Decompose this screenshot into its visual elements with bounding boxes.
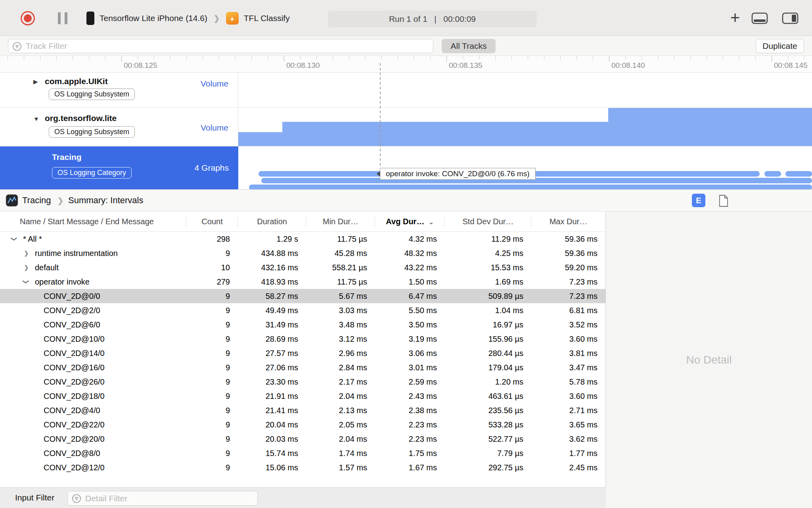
table-row[interactable]: CONV_2D@12/0915.06 ms1.57 ms1.67 ms292.7…	[0, 460, 605, 475]
detail-filter-bar: Input Filter	[0, 487, 606, 508]
disclosure-triangle-right-icon[interactable]: ▶	[33, 78, 38, 85]
table-row[interactable]: ❯default10432.16 ms558.21 µs43.22 ms15.5…	[0, 260, 605, 275]
track-metric-label[interactable]: Volume	[201, 123, 228, 133]
volume-area-segment	[608, 108, 812, 146]
ruler-tick	[170, 56, 170, 60]
document-inspector-button[interactable]	[718, 194, 729, 209]
breadcrumb-view[interactable]: Summary: Intervals	[68, 195, 144, 206]
table-row[interactable]: ❯* All *2981.29 s11.75 µs4.32 ms11.29 ms…	[0, 232, 605, 246]
table-row[interactable]: CONV_2D@16/0927.06 ms2.84 ms3.01 ms179.0…	[0, 360, 605, 375]
breadcrumb-instrument[interactable]: Tracing	[22, 195, 51, 206]
interval-pill[interactable]	[249, 185, 812, 189]
playhead-line[interactable]	[380, 63, 381, 172]
track-label[interactable]: Tracing OS Logging Category 4 Graphs	[0, 146, 238, 189]
table-row[interactable]: CONV_2D@14/0927.57 ms2.96 ms3.06 ms280.4…	[0, 346, 605, 360]
track-row-uikit[interactable]: ▶ com.apple.UIKit OS Logging Subsystem V…	[0, 73, 812, 108]
cell-stddev-duration: 1.04 ms	[445, 303, 531, 318]
column-header-duration[interactable]: Duration	[238, 212, 306, 232]
detail-filter-field[interactable]	[67, 491, 258, 506]
cell-duration: 15.06 ms	[238, 460, 306, 475]
disclosure-chevron-icon[interactable]: ❯	[24, 246, 35, 260]
cell-stddev-duration: 155.96 µs	[445, 332, 531, 346]
table-header: Name / Start Message / End Message Count…	[0, 212, 605, 232]
detail-inspector-panel: No Detail	[606, 212, 812, 508]
table-row[interactable]: CONV_2D@26/0923.30 ms2.17 ms2.59 ms1.20 …	[0, 375, 605, 389]
disclosure-triangle-down-icon[interactable]: ▼	[33, 115, 39, 122]
ruler-tick	[24, 56, 24, 60]
track-metric-label[interactable]: 4 Graphs	[195, 163, 229, 173]
disclosure-chevron-icon[interactable]: ❯	[24, 260, 35, 275]
cell-stddev-duration: 533.28 µs	[445, 418, 531, 432]
tensorflow-volume-graph[interactable]	[238, 108, 812, 146]
run-display[interactable]: Run 1 of 1 | 00:00:09	[328, 11, 537, 27]
table-row[interactable]: CONV_2D@22/0920.04 ms2.05 ms2.23 ms533.2…	[0, 418, 605, 432]
interval-pill[interactable]	[764, 171, 781, 177]
add-instrument-button[interactable]: +	[726, 9, 744, 27]
timeline-ruler[interactable]: 00:08.12500:08.13000:08.13500:08.14000:0…	[0, 56, 812, 73]
column-header-min[interactable]: Min Dur…	[306, 212, 375, 232]
track-metric-label[interactable]: Volume	[201, 79, 228, 89]
cell-avg-duration: 1.75 ms	[375, 446, 445, 460]
ruler-tick	[593, 56, 593, 60]
cell-max-duration: 3.65 ms	[531, 418, 605, 432]
disclosure-chevron-icon[interactable]: ❯	[12, 232, 23, 246]
table-row[interactable]: ❯runtime instrumentation9434.88 ms45.28 …	[0, 246, 605, 260]
ruler-tick	[268, 56, 268, 60]
column-header-count[interactable]: Count	[186, 212, 238, 232]
ruler-tick	[642, 56, 642, 60]
track-label[interactable]: ▼ org.tensorflow.lite OS Logging Subsyst…	[0, 108, 238, 146]
table-row[interactable]: CONV_2D@6/0931.49 ms3.48 ms3.50 ms16.97 …	[0, 318, 605, 332]
table-row[interactable]: CONV_2D@10/0928.69 ms3.12 ms3.19 ms155.9…	[0, 332, 605, 346]
ruler-tick	[430, 56, 431, 60]
ruler-tick	[788, 56, 788, 60]
cell-avg-duration: 4.32 ms	[375, 232, 445, 246]
cell-min-duration: 2.04 ms	[306, 432, 375, 446]
track-row-tensorflow[interactable]: ▼ org.tensorflow.lite OS Logging Subsyst…	[0, 108, 812, 146]
table-row[interactable]: CONV_2D@20/0920.03 ms2.04 ms2.23 ms522.7…	[0, 432, 605, 446]
timeline-tracks: ▶ com.apple.UIKit OS Logging Subsystem V…	[0, 73, 812, 189]
table-row[interactable]: ❯operator invoke279418.93 ms11.75 µs1.50…	[0, 275, 605, 289]
detail-filter-input[interactable]	[85, 491, 253, 505]
duplicate-button[interactable]: Duplicate	[756, 39, 804, 53]
cell-count: 10	[186, 260, 238, 275]
extended-detail-button[interactable]: E	[692, 194, 705, 207]
cell-max-duration: 3.81 ms	[531, 346, 605, 360]
track-name: Tracing	[52, 152, 82, 162]
device-app-selector[interactable]: Tensorflow Lite iPhone (14.6) ❯ ▲ TFL Cl…	[86, 9, 290, 28]
cell-stddev-duration: 463.61 µs	[445, 389, 531, 403]
cell-min-duration: 2.13 ms	[306, 403, 375, 418]
interval-tooltip: operator invoke: CONV_2D@0/0 (6.76 ms)	[380, 168, 536, 180]
track-filter-input[interactable]	[26, 39, 429, 53]
column-header-name[interactable]: Name / Start Message / End Message	[0, 212, 186, 232]
cell-min-duration: 2.17 ms	[306, 375, 375, 389]
all-tracks-button[interactable]: All Tracks	[442, 39, 496, 53]
cell-stddev-duration: 1.20 ms	[445, 375, 531, 389]
cell-min-duration: 2.04 ms	[306, 389, 375, 403]
table-row[interactable]: CONV_2D@2/0949.49 ms3.03 ms5.50 ms1.04 m…	[0, 303, 605, 318]
disclosure-chevron-icon[interactable]: ❯	[24, 275, 35, 289]
column-header-max[interactable]: Max Dur…	[531, 212, 605, 232]
ruler-tick	[625, 56, 626, 60]
table-row[interactable]: CONV_2D@4/0921.41 ms2.13 ms2.38 ms235.56…	[0, 403, 605, 418]
column-header-avg-label: Avg Dur…	[386, 217, 424, 226]
interval-pill[interactable]	[261, 178, 812, 183]
ruler-tick	[40, 56, 40, 60]
table-row[interactable]: CONV_2D@8/0915.74 ms1.74 ms1.75 ms7.79 µ…	[0, 446, 605, 460]
pause-button[interactable]	[58, 12, 67, 24]
uikit-volume-graph[interactable]	[238, 73, 812, 108]
ruler-tick	[365, 56, 366, 60]
toggle-bottom-pane-button[interactable]	[751, 12, 768, 26]
track-filter-field[interactable]	[8, 39, 433, 53]
cell-avg-duration: 1.50 ms	[375, 275, 445, 289]
toggle-right-pane-button[interactable]	[782, 12, 799, 26]
cell-stddev-duration: 11.29 ms	[445, 232, 531, 246]
table-row[interactable]: CONV_2D@18/0921.91 ms2.04 ms2.43 ms463.6…	[0, 389, 605, 403]
table-row[interactable]: CONV_2D@0/0958.27 ms5.67 ms6.47 ms509.89…	[0, 289, 605, 303]
cell-duration: 20.04 ms	[238, 418, 306, 432]
record-button[interactable]	[21, 11, 35, 25]
track-label[interactable]: ▶ com.apple.UIKit OS Logging Subsystem V…	[0, 73, 238, 108]
column-header-avg[interactable]: Avg Dur…⌄	[375, 212, 445, 232]
interval-pill[interactable]	[785, 171, 812, 177]
column-header-stddev[interactable]: Std Dev Dur…	[445, 212, 531, 232]
row-name: CONV_2D@26/0	[44, 375, 105, 389]
